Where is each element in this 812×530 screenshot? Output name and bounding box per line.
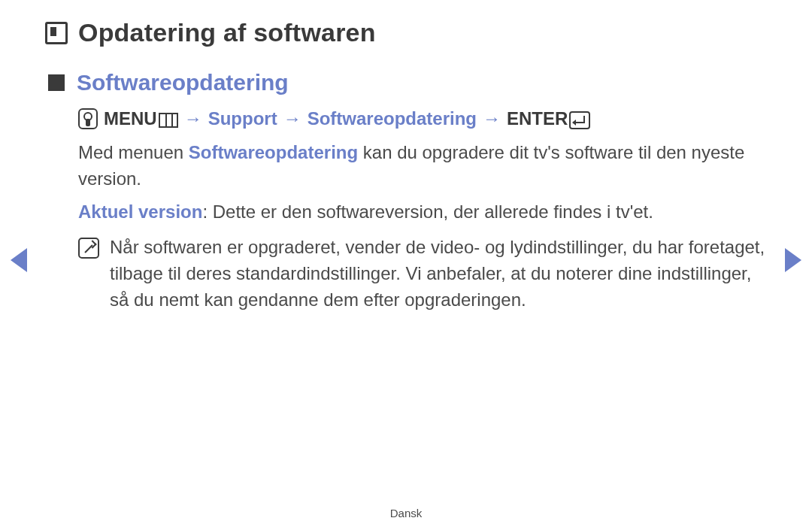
note-pencil-icon	[78, 238, 99, 259]
path-softwareupdate: Softwareopdatering	[308, 106, 477, 132]
next-page-button[interactable]	[785, 248, 801, 272]
para1-a: Med menuen	[78, 142, 189, 162]
prev-page-button[interactable]	[11, 248, 27, 272]
menu-text: MENU	[104, 108, 157, 129]
arrow-separator: →	[283, 106, 301, 132]
note-row: Når softwaren er opgraderet, vender de v…	[78, 235, 767, 313]
paragraph-2: Aktuel version: Dette er den softwarever…	[78, 199, 767, 226]
para2-rest: : Dette er den softwareversion, der alle…	[202, 201, 653, 222]
menu-glyph-icon	[159, 113, 178, 128]
manual-page: Opdatering af softwaren Softwareopdateri…	[0, 0, 812, 530]
paragraph-1: Med menuen Softwareopdatering kan du opg…	[78, 140, 767, 192]
menu-label: MENU	[104, 106, 178, 132]
arrow-separator: →	[184, 106, 202, 132]
square-bullet-icon	[48, 74, 65, 91]
enter-text: ENTER	[507, 108, 568, 129]
remote-touch-icon	[78, 108, 98, 129]
path-support: Support	[208, 106, 277, 132]
enter-label: ENTER	[507, 106, 590, 132]
note-text: Når softwaren er opgraderet, vender de v…	[110, 235, 767, 313]
page-title-row: Opdatering af softwaren	[45, 18, 767, 47]
footer-language: Dansk	[0, 507, 812, 519]
content-block: MENU → Support → Softwareopdatering → EN…	[78, 106, 767, 313]
para1-link: Softwareopdatering	[189, 142, 358, 162]
arrow-separator: →	[483, 106, 501, 132]
section-heading: Softwareopdatering	[77, 70, 289, 95]
menu-path: MENU → Support → Softwareopdatering → EN…	[78, 106, 767, 132]
para2-label: Aktuel version	[78, 201, 202, 222]
bookmark-icon	[45, 22, 68, 44]
enter-glyph-icon	[569, 111, 590, 129]
page-title: Opdatering af softwaren	[78, 18, 376, 47]
section-heading-row: Softwareopdatering	[48, 70, 767, 95]
